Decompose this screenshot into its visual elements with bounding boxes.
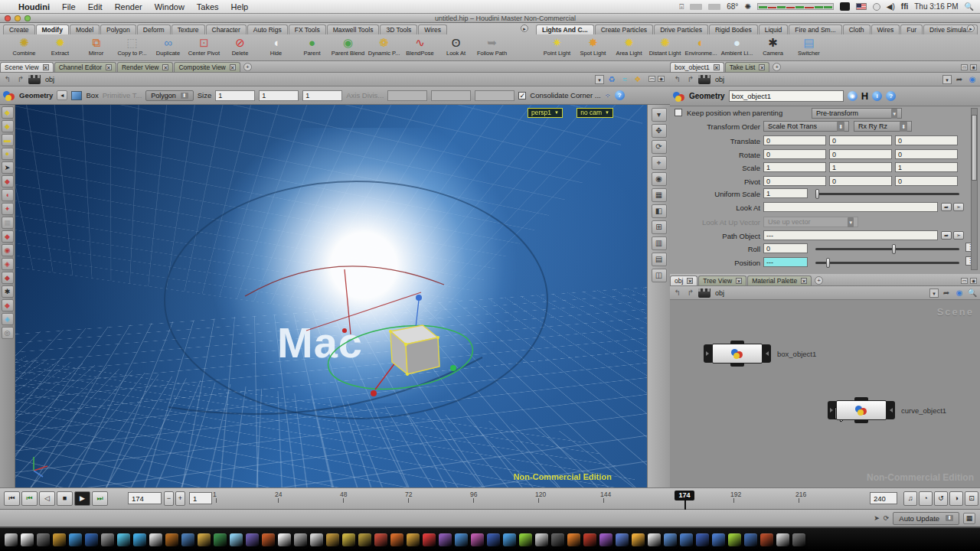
dock-app-icon[interactable] [246,533,259,546]
shelf-tab-texture[interactable]: Texture [172,24,205,34]
shelf-tab-wires[interactable]: Wires [871,24,900,34]
viewport-name-badge[interactable]: persp1▼ [528,108,563,118]
dock-app-icon[interactable] [294,533,307,546]
palette-icon[interactable]: ❖ [632,75,643,83]
pane-menu-button[interactable]: ◉ [658,76,665,82]
rotate-order-dropdown[interactable]: Rx Ry Rz⬍ [854,121,912,132]
uniform-scale-slider[interactable] [815,193,959,195]
menu-help[interactable]: Help [231,2,249,11]
slider-knob[interactable] [892,244,896,254]
shelf-tool-switcher[interactable]: ▤Switcher [791,36,827,57]
network-path[interactable]: obj [43,76,593,83]
shelf-tool-copy-to-p-[interactable]: ⬚Copy to P... [114,36,150,57]
dock-app-icon[interactable] [278,533,291,546]
dock-app-icon[interactable] [487,533,500,546]
dock-app-icon[interactable] [358,533,371,546]
dock-app-icon[interactable] [583,533,596,546]
select-tool-button[interactable]: ➤ [2,161,14,174]
dock-app-icon[interactable] [85,533,98,546]
dock-app-icon[interactable] [407,533,420,546]
dock-app-icon[interactable] [5,533,18,546]
slider-knob[interactable] [826,258,830,268]
model-tool-8-button[interactable]: ◆ [2,272,14,284]
wire-button[interactable]: ▤ [652,253,667,266]
close-tab-icon[interactable]: ✕ [162,64,168,70]
tab-box-object1[interactable]: box_object1✕ [670,62,724,72]
rotate-x-field[interactable]: 0 [763,149,826,159]
close-tab-icon[interactable]: ✕ [759,64,765,70]
shelf-tool-environme-[interactable]: ◐Environme... [683,36,719,57]
shelf-tab-create-particles[interactable]: Create Particles [595,24,653,34]
dock-app-icon[interactable] [149,533,162,546]
pane-menu-button[interactable]: ◉ [970,64,977,70]
dock-app-icon[interactable] [37,533,50,546]
volume-icon[interactable]: ◀) [887,2,895,11]
tab-tree-view[interactable]: Tree View✕ [698,276,746,285]
consolidate-checkbox[interactable]: ✓ [518,92,526,99]
close-tab-icon[interactable]: ✕ [714,64,720,70]
dock-app-icon[interactable] [632,533,645,546]
node-label[interactable]: Box [86,91,98,99]
dock-app-icon[interactable] [133,533,146,546]
dock-app-icon[interactable] [214,533,227,546]
shelf-tool-distant-light[interactable]: ✺Distant Light [647,36,683,57]
pan-button[interactable]: ✥ [652,124,667,138]
network-path[interactable]: obj [713,76,940,83]
tab-render-view[interactable]: Render View✕ [117,62,174,72]
light-bar-tool-button[interactable]: ▬ [2,134,14,146]
timeline-ruler[interactable]: 124487296120144192216174 [216,490,864,509]
tab-channel-editor[interactable]: Channel Editor✕ [54,62,116,72]
close-tab-icon[interactable]: ✕ [687,278,693,284]
step-back-button[interactable]: ⏮ [21,491,38,506]
shelf-tab-wires[interactable]: Wires [418,24,447,34]
dark-tool-button[interactable]: ✱ [2,285,14,298]
spotlight-icon[interactable]: 🔍 [965,2,974,11]
shelf-tool-combine[interactable]: ✺Combine [6,36,42,57]
layout-button[interactable]: ▥ [652,236,667,250]
zoom-window-button[interactable] [24,15,31,21]
new-tab-button[interactable]: + [243,63,252,71]
dock-app-icon[interactable] [423,533,436,546]
tab-obj[interactable]: obj✕ [670,276,697,285]
frame-button[interactable]: ⌖ [652,156,667,170]
dock-app-icon[interactable] [760,533,773,546]
dock-app-icon[interactable] [567,533,580,546]
shelf-tab-fire-and-sm-[interactable]: Fire and Sm... [789,24,841,34]
position-slider[interactable] [815,262,959,264]
dock-app-icon[interactable] [439,533,452,546]
back-arrow-icon[interactable]: ↰ [2,75,13,83]
model-tool-6-button[interactable]: ◉ [2,244,14,256]
node-type-icon[interactable] [698,75,710,84]
dock-app-icon[interactable] [776,533,789,546]
shelf-tab-3d-tools[interactable]: 3D Tools [380,24,417,34]
model-tool-5-button[interactable]: ◆ [2,230,14,243]
shelf-tool-duplicate[interactable]: ∞Duplicate [150,36,186,57]
info-button[interactable]: i [872,91,882,101]
size-x-field[interactable]: 1 [215,90,255,101]
close-window-button[interactable] [5,15,11,21]
dock-app-icon[interactable] [165,533,178,546]
rotate-z-field[interactable]: 0 [895,149,958,159]
shelf-tab-polygon[interactable]: Polygon [100,24,136,34]
grid-button[interactable]: ▦ [652,188,667,202]
camera-menu-badge[interactable]: no cam▼ [577,108,613,118]
round-tool-button[interactable]: ◎ [2,327,14,339]
shelf-tool-parent[interactable]: ●Parent [294,36,330,57]
dock-app-icon[interactable] [503,533,516,546]
translate-z-field[interactable]: 0 [895,135,958,145]
realtime-button[interactable]: ◔ [919,491,933,506]
input-language-flag-icon[interactable] [856,3,867,10]
target-icon[interactable]: ◉ [954,289,965,297]
model-tool-4-button[interactable]: ▦ [2,217,14,229]
node-name-field[interactable]: box_object1 [729,90,844,102]
stop-button[interactable]: ■ [57,491,73,506]
shelf-tool-point-light[interactable]: ✷Point Light [539,36,575,57]
keep-position-checkbox[interactable] [675,109,682,116]
minimize-window-button[interactable] [15,15,21,21]
dock-app-icon[interactable] [712,533,725,546]
current-frame-badge[interactable]: 174 [675,491,694,500]
shelf-tab-liquid[interactable]: Liquid [759,24,789,34]
tab-material-palette[interactable]: Material Palette✕ [747,276,812,285]
temperature-label[interactable]: 68° [727,2,738,11]
memory-icon[interactable]: ▦ [963,513,975,524]
